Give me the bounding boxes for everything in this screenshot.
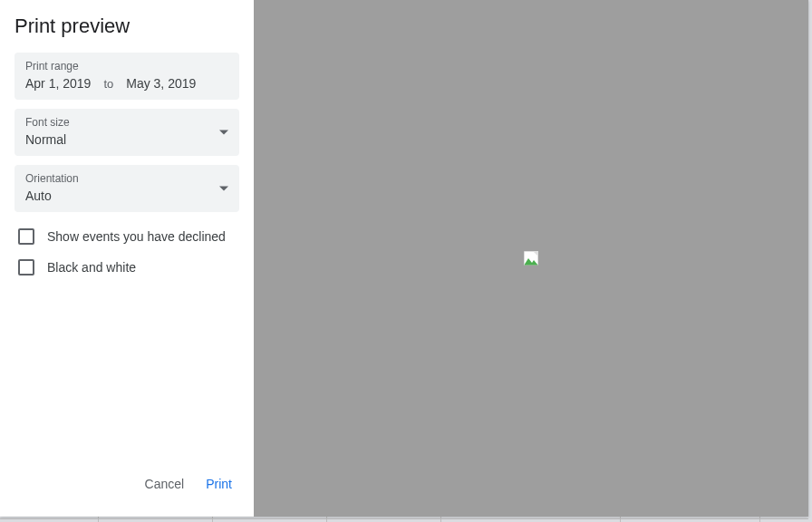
broken-image-icon bbox=[524, 251, 538, 266]
range-end-date[interactable]: May 3, 2019 bbox=[126, 76, 196, 91]
background-divider bbox=[0, 518, 808, 519]
range-to-label: to bbox=[103, 77, 113, 91]
background-gridline bbox=[620, 517, 621, 522]
background-gridline bbox=[98, 517, 99, 522]
show-declined-checkbox[interactable]: Show events you have declined bbox=[14, 221, 239, 252]
print-settings-panel: Print preview Print range Apr 1, 2019 to… bbox=[0, 0, 254, 517]
dialog-actions: Cancel Print bbox=[14, 469, 239, 502]
preview-canvas bbox=[254, 0, 808, 517]
orientation-select[interactable]: Orientation Auto bbox=[14, 165, 239, 212]
black-and-white-label: Black and white bbox=[47, 260, 136, 275]
black-and-white-checkbox[interactable]: Black and white bbox=[14, 252, 239, 283]
font-size-value: Normal bbox=[25, 132, 228, 147]
background-gridline bbox=[759, 517, 760, 522]
orientation-label: Orientation bbox=[25, 172, 228, 185]
background-gridline bbox=[326, 517, 327, 522]
print-range-value: Apr 1, 2019 to May 3, 2019 bbox=[25, 76, 228, 91]
chevron-down-icon bbox=[219, 187, 228, 191]
background-gridline bbox=[212, 517, 213, 522]
orientation-value: Auto bbox=[25, 188, 228, 203]
background-gridline bbox=[440, 517, 441, 522]
range-start-date[interactable]: Apr 1, 2019 bbox=[25, 76, 91, 91]
checkbox-icon bbox=[18, 228, 34, 245]
chevron-down-icon bbox=[219, 130, 228, 135]
print-preview-dialog: Print preview Print range Apr 1, 2019 to… bbox=[0, 0, 808, 517]
cancel-button[interactable]: Cancel bbox=[145, 477, 185, 491]
print-range-label: Print range bbox=[25, 60, 228, 72]
dialog-title: Print preview bbox=[14, 14, 239, 38]
print-range-field[interactable]: Print range Apr 1, 2019 to May 3, 2019 bbox=[14, 53, 239, 100]
show-declined-label: Show events you have declined bbox=[47, 229, 226, 244]
font-size-select[interactable]: Font size Normal bbox=[14, 109, 239, 156]
font-size-label: Font size bbox=[25, 116, 228, 129]
checkbox-icon bbox=[18, 259, 34, 276]
print-button[interactable]: Print bbox=[206, 477, 232, 491]
